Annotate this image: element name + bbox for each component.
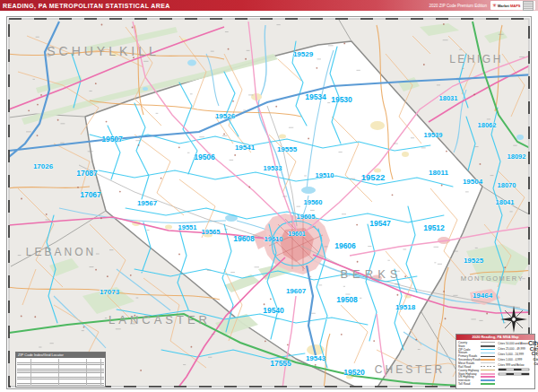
- zip-label-19507: 19507: [101, 135, 123, 144]
- map-title: READING, PA METROPOLITAN STATISTICAL ARE…: [3, 3, 170, 9]
- zip-label-19565: 19565: [202, 228, 221, 236]
- zip-label-19464: 19464: [473, 292, 493, 300]
- county-label-berks: BERKS: [340, 267, 402, 281]
- brand-logo: ✳ Market MAPS: [490, 1, 535, 10]
- zip-label-18062: 18062: [478, 121, 497, 129]
- county-label-lehigh: LEHIGH: [449, 53, 503, 65]
- county-label-schuylkill: SCHUYLKILL: [47, 44, 160, 58]
- legend-city-row: Cities 999 and BelowCity: [498, 362, 538, 368]
- zip-label-19506: 19506: [194, 152, 215, 161]
- legend-line-sample: [481, 349, 495, 351]
- zip-label-19555: 19555: [277, 145, 298, 153]
- legend-city-sample: City: [532, 352, 538, 356]
- zip-label-17087: 17087: [76, 169, 98, 178]
- zip-label-19543: 19543: [306, 354, 326, 362]
- legend-line-sample: [481, 359, 495, 361]
- county-label-lebanon: LEBANON: [26, 246, 96, 258]
- legend-line-sample: [481, 379, 495, 382]
- legend-row-toll-road: Toll Road: [458, 382, 495, 386]
- legend-city-label: Cities 50,000 and Above: [498, 342, 528, 345]
- zip-label-19533: 19533: [264, 164, 282, 172]
- zip-label-19534: 19534: [305, 92, 326, 101]
- zip-label-17073: 17073: [100, 288, 120, 296]
- zip-label-18092: 18092: [508, 152, 526, 161]
- legend-city-label: Cities 999 and Below: [498, 363, 524, 367]
- legend-city-label: Cities 5,000 - 24,999: [498, 353, 524, 356]
- zip-label-19520: 19520: [343, 368, 365, 377]
- county-label-montgomery: MONTGOMERY: [461, 274, 524, 283]
- zip-label-19547: 19547: [369, 219, 391, 228]
- zip-label-19522: 19522: [361, 172, 385, 182]
- county-label-lancaster: LANCASTER: [108, 313, 211, 327]
- zip-label-19512: 19512: [423, 223, 445, 232]
- header-bar: READING, PA METROPOLITAN STATISTICAL ARE…: [0, 0, 538, 11]
- legend-line-sample: [481, 345, 495, 347]
- zip-label-19540: 19540: [263, 306, 284, 315]
- zip-label-19525: 19525: [464, 257, 484, 265]
- zip-label-19601: 19601: [288, 231, 306, 237]
- zip-label-19510: 19510: [316, 171, 334, 179]
- zip-label-19508: 19508: [336, 295, 358, 304]
- legend-line-sample: [481, 342, 495, 343]
- zip-label-19539: 19539: [424, 131, 443, 139]
- zip-label-19541: 19541: [235, 144, 256, 152]
- edition-label: 2020 ZIP Code Premium Edition: [430, 4, 487, 8]
- zip-label-19504: 19504: [463, 178, 483, 186]
- brand-name-part1: Market: [498, 4, 509, 8]
- zip-label-19526: 19526: [215, 112, 236, 120]
- zip-label-18031: 18031: [439, 94, 458, 102]
- legend-line-sample: [481, 373, 495, 375]
- zip-label-19560: 19560: [304, 198, 323, 206]
- zip-label-19518: 19518: [395, 303, 416, 311]
- zip-label-19605: 19605: [297, 213, 316, 221]
- legend-city-label: Cities 25,000 - 49,999: [498, 347, 525, 351]
- zip-label-19610: 19610: [265, 235, 283, 243]
- legend-line-sample: [481, 362, 495, 363]
- legend-panel: 2020 Reading, PA MSA Map CountyStateZIP …: [456, 334, 535, 389]
- legend-line-sample: [481, 353, 495, 354]
- legend-city-label: Cities 1,000 - 4,999: [498, 358, 522, 362]
- zip-label-18041: 18041: [496, 198, 515, 206]
- legend-city-sample: City: [534, 363, 538, 367]
- legend-line-sample: [481, 356, 495, 358]
- brand-fineprint: [523, 1, 534, 11]
- map-page: SCHUYLKILLLEHIGHLEBANONLANCASTERBERKSCHE…: [0, 0, 538, 392]
- zip-label-19607: 19607: [286, 287, 307, 295]
- zip-label-18011: 18011: [429, 169, 448, 177]
- legend-line-sample: [481, 376, 495, 378]
- legend-line-sample: [481, 383, 495, 386]
- zip-label-19530: 19530: [331, 95, 352, 104]
- legend-city-items: Cities 50,000 and AboveCityCities 25,000…: [498, 341, 538, 386]
- zip-label-18070: 18070: [498, 181, 516, 189]
- legend-line-items: CountyStateZIP CodeStreamPrimary RoadsSe…: [458, 341, 495, 386]
- legend-scale-bars: [498, 368, 530, 377]
- legend-line-sample: [481, 370, 495, 371]
- legend-city-sample: City: [534, 358, 538, 362]
- legend-label: Toll Road: [458, 382, 470, 386]
- zip-label-17555: 17555: [270, 359, 291, 368]
- zip-index-panel: ZIP Code Index/Grid Locator: [15, 352, 106, 388]
- zip-label-19567: 19567: [137, 199, 158, 207]
- zip-index-title: ZIP Code Index/Grid Locator: [16, 353, 105, 358]
- zip-index-rows: [17, 359, 104, 386]
- brand-logo-icon: ✳: [492, 3, 497, 8]
- county-label-chester: CHESTER: [375, 363, 445, 376]
- zip-label-19608: 19608: [233, 234, 255, 243]
- zip-label-17026: 17026: [33, 162, 54, 170]
- zip-label-17067: 17067: [80, 190, 101, 199]
- zip-label-19529: 19529: [293, 50, 314, 58]
- brand-name-part2: MAPS: [510, 4, 521, 8]
- zip-label-19606: 19606: [334, 241, 356, 250]
- zip-label-19551: 19551: [178, 223, 197, 231]
- legend-line-sample: [481, 366, 495, 367]
